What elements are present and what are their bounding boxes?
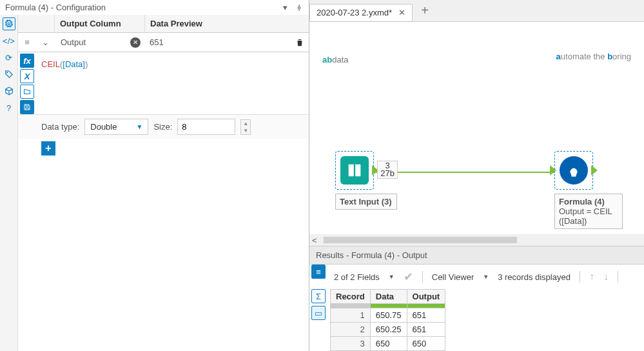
xml-icon[interactable]: </> <box>3 34 15 47</box>
results-table-icon[interactable]: ▭ <box>311 306 326 320</box>
help-icon[interactable]: ? <box>3 101 15 114</box>
gear-icon[interactable] <box>3 17 15 30</box>
collapse-icon[interactable]: ▾ <box>280 3 289 12</box>
x-column-icon[interactable]: X <box>20 69 34 83</box>
table-row[interactable]: 2650.25651 <box>331 323 445 337</box>
refresh-icon[interactable]: ⟳ <box>3 51 15 64</box>
arrow-up-icon[interactable]: ↑ <box>589 271 594 283</box>
size-input[interactable] <box>177 119 235 135</box>
node-text-input[interactable]: 3 27b Text Input (3) <box>335 151 397 210</box>
tab-workflow[interactable]: 2020-07-23 2.yxmd* ✕ <box>309 4 413 21</box>
arrow-down-icon[interactable]: ↓ <box>603 271 609 283</box>
formula-tool-icon <box>560 156 588 185</box>
add-expression-button[interactable]: + <box>41 141 55 155</box>
new-tab-button[interactable]: + <box>416 3 433 19</box>
save-icon[interactable] <box>20 100 34 114</box>
trash-icon[interactable] <box>291 38 309 47</box>
table-row[interactable]: 1650.75651 <box>331 308 445 323</box>
col-data[interactable]: Data <box>370 290 407 304</box>
table-row[interactable]: 3650650 <box>331 337 445 351</box>
folder-icon[interactable] <box>20 85 34 99</box>
tag-icon[interactable] <box>3 68 15 81</box>
config-title: Formula (4) - Configuration <box>5 3 106 12</box>
chevron-down-icon[interactable]: ▼ <box>389 274 395 280</box>
node-formula[interactable]: Formula (4) Output = CEIL ([Data]) <box>554 151 623 229</box>
check-icon[interactable]: ✔ <box>404 270 413 284</box>
svg-point-0 <box>8 23 10 25</box>
chevron-down-icon[interactable]: ▼ <box>483 274 489 280</box>
output-name-input[interactable] <box>58 35 141 49</box>
col-record[interactable]: Record <box>331 290 371 304</box>
cell-viewer-label[interactable]: Cell Viewer <box>432 272 474 282</box>
col-output[interactable]: Output <box>407 290 445 304</box>
results-view-list-icon[interactable]: ≡ <box>311 265 326 279</box>
fields-count[interactable]: 2 of 2 Fields <box>334 272 380 282</box>
close-icon[interactable]: ✕ <box>398 8 405 17</box>
workflow-tabs: 2020-07-23 2.yxmd* ✕ + <box>309 0 644 22</box>
col-output: Output Column <box>54 15 144 32</box>
results-table: Record Data Output 1650.75651 2650.25651… <box>330 289 445 351</box>
data-preview-value: 651 <box>144 35 291 50</box>
output-anchor[interactable] <box>591 165 598 176</box>
data-type-label: Data type: <box>41 122 79 132</box>
size-stepper[interactable]: ▲▼ <box>240 119 251 135</box>
data-type-dropdown[interactable]: Double▼ <box>84 119 148 135</box>
col-preview: Data Preview <box>144 15 291 32</box>
pin-icon[interactable] <box>295 3 304 12</box>
connector <box>374 172 561 173</box>
svg-point-1 <box>6 72 7 73</box>
clear-icon[interactable]: ✕ <box>130 37 141 48</box>
row-grip-icon[interactable]: ≡ <box>18 37 36 47</box>
node-label: Text Input (3) <box>335 194 397 210</box>
results-sigma-icon[interactable]: Σ <box>311 289 326 303</box>
record-badge: 3 27b <box>377 161 398 179</box>
slogan: automate the boring <box>556 46 631 63</box>
records-displayed: 3 records displayed <box>498 272 571 282</box>
node-label: Formula (4) Output = CEIL ([Data]) <box>554 194 623 229</box>
size-label: Size: <box>153 122 172 132</box>
text-input-tool-icon <box>340 156 369 185</box>
workflow-canvas[interactable]: abdata automate the boring 3 27b Text In… <box>309 22 644 234</box>
horizontal-scrollbar[interactable]: < <box>309 234 644 246</box>
logo: abdata <box>322 41 348 68</box>
input-anchor[interactable] <box>550 165 556 176</box>
chevron-down-icon[interactable]: ⌄ <box>36 37 54 47</box>
fx-icon[interactable]: fx <box>20 54 34 68</box>
results-title: Results - Formula (4) - Output <box>309 246 644 265</box>
expression-editor[interactable]: CEIL([Data]) <box>36 52 309 114</box>
config-icon-rail: </> ⟳ ? <box>0 15 18 351</box>
cube-icon[interactable] <box>3 85 15 97</box>
configuration-panel: Formula (4) - Configuration ▾ </> ⟳ ? Ou… <box>0 0 309 351</box>
